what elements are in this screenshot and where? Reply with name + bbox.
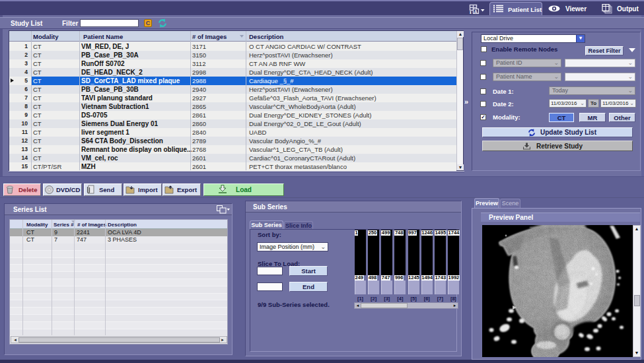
svg-text:i: i [470, 9, 472, 15]
svg-text:A: A [474, 9, 478, 14]
